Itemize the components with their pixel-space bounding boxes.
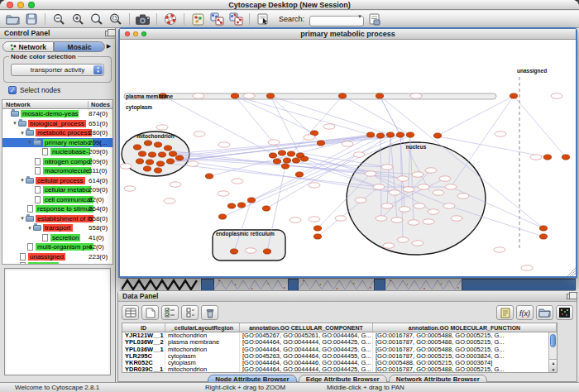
graph-node[interactable] <box>539 226 547 231</box>
tree-row[interactable]: secretion41(0) <box>2 233 112 243</box>
graph-node[interactable] <box>154 168 161 173</box>
help-icon[interactable] <box>162 12 179 26</box>
plasma-membrane-region[interactable] <box>124 93 496 99</box>
session-icon[interactable] <box>366 12 383 26</box>
background-window-titlebar[interactable] <box>288 279 299 290</box>
graph-node[interactable] <box>169 151 176 156</box>
node-label-pill[interactable] <box>494 247 505 252</box>
graph-node[interactable] <box>154 142 161 147</box>
expand-triangle-icon[interactable]: ▼ <box>20 215 26 222</box>
graph-node[interactable] <box>262 206 270 211</box>
graph-node[interactable] <box>231 93 238 98</box>
node-label-pill[interactable] <box>193 93 204 98</box>
save-icon[interactable] <box>23 12 40 26</box>
graph-node[interactable] <box>376 133 384 138</box>
background-window-titlebar[interactable] <box>374 279 385 290</box>
tree-row[interactable]: ▼biological_process651(0) <box>2 119 112 129</box>
graph-node[interactable] <box>295 172 303 177</box>
network-canvas[interactable]: plasma membranecytoplasmmitochondrionnuc… <box>120 41 576 276</box>
zoom-window-icon[interactable] <box>28 2 35 8</box>
expand-triangle-icon[interactable]: ▼ <box>20 177 26 184</box>
column-header[interactable]: annotation.GO MOLECULAR_FUNCTION <box>373 323 557 332</box>
node-label-pill[interactable] <box>412 172 423 177</box>
tree-row[interactable]: cell communicat22(0) <box>2 195 112 205</box>
node-label-pill[interactable] <box>399 207 410 212</box>
tree-row[interactable]: nucleobase-209(0) <box>2 147 112 157</box>
tree-row[interactable]: multi-organism pro42(0) <box>2 242 112 252</box>
graph-node[interactable] <box>562 155 569 160</box>
graph-node[interactable] <box>143 166 151 171</box>
delete-attribute-icon[interactable] <box>201 305 218 320</box>
tab-network[interactable]: Network <box>2 41 54 52</box>
expand-triangle-icon[interactable]: ▼ <box>12 120 18 127</box>
graph-node[interactable] <box>146 160 153 165</box>
node-label-pill[interactable] <box>443 203 455 208</box>
node-label-pill[interactable] <box>218 191 229 196</box>
graph-node[interactable] <box>273 159 280 164</box>
node-label-pill[interactable] <box>365 171 376 176</box>
unselect-attributes-icon[interactable] <box>181 305 199 320</box>
graph-node[interactable] <box>164 146 171 151</box>
expand-triangle-icon[interactable]: ▼ <box>27 139 33 146</box>
graph-node[interactable] <box>158 152 165 157</box>
node-label-pill[interactable] <box>335 216 347 221</box>
node-label-pill[interactable] <box>397 176 409 181</box>
node-label-pill[interactable] <box>414 203 425 208</box>
float-data-panel-icon[interactable] <box>567 294 573 299</box>
tree-row[interactable]: nitrogen compo209(0) <box>2 157 112 167</box>
background-window-graph[interactable] <box>299 279 374 290</box>
graph-node[interactable] <box>376 93 383 98</box>
tree-row[interactable]: ▼transport558(0) <box>2 223 112 233</box>
zoom-fit-icon[interactable] <box>89 12 105 26</box>
node-label-pill[interactable] <box>425 168 437 173</box>
node-label-pill[interactable] <box>408 220 419 225</box>
node-label-pill[interactable] <box>120 164 132 169</box>
annotation-icon[interactable] <box>496 305 514 320</box>
zoom-in-icon[interactable] <box>69 12 86 26</box>
node-label-pill[interactable] <box>232 179 243 184</box>
table-row[interactable]: YKR052Ccytoplasm[GO:0044464, GO:0044446,… <box>122 360 557 366</box>
select-attributes-icon[interactable] <box>161 305 179 320</box>
node-label-pill[interactable] <box>451 216 462 221</box>
graph-node[interactable] <box>300 156 308 161</box>
graph-node[interactable] <box>313 226 321 231</box>
expand-triangle-icon[interactable]: ▼ <box>20 130 26 136</box>
node-label-pill[interactable] <box>243 93 255 98</box>
tab-mosaic[interactable]: Mosaic <box>54 41 105 52</box>
vizmapper-icon[interactable] <box>189 12 206 26</box>
graph-node[interactable] <box>338 93 346 98</box>
tree-row[interactable]: ▼metabolic process280(0) <box>2 128 112 138</box>
node-label-pill[interactable] <box>445 184 457 189</box>
graph-node[interactable] <box>136 159 143 164</box>
graph-node[interactable] <box>266 93 274 98</box>
graph-node[interactable] <box>278 151 285 155</box>
graph-node[interactable] <box>543 155 551 160</box>
background-window-titlebar[interactable] <box>462 279 576 290</box>
graph-node[interactable] <box>144 141 151 146</box>
node-label-pill[interactable] <box>194 131 205 136</box>
graph-node[interactable] <box>247 198 255 203</box>
node-label-pill[interactable] <box>551 93 562 98</box>
node-label-pill[interactable] <box>433 190 444 195</box>
snapshot-icon[interactable] <box>135 12 151 26</box>
node-label-pill[interactable] <box>304 135 315 140</box>
graph-node[interactable] <box>230 249 237 254</box>
node-label-pill[interactable] <box>457 194 469 198</box>
zoom-selected-icon[interactable] <box>108 12 124 26</box>
background-window-graph[interactable] <box>214 279 288 290</box>
graph-node[interactable] <box>292 158 299 163</box>
graph-node[interactable] <box>263 249 270 254</box>
search-input[interactable] <box>309 16 364 26</box>
table-row[interactable]: YPL036W__2plasma membrane[GO:0044464, GO… <box>122 339 557 346</box>
node-label-pill[interactable] <box>245 248 256 253</box>
tree-row[interactable]: mosaic-demo-yeast874(0) <box>2 109 112 119</box>
node-label-pill[interactable] <box>156 125 168 130</box>
plugin-icon[interactable] <box>255 12 271 26</box>
tree-row[interactable]: Overview8(0) <box>2 261 112 265</box>
node-label-pill[interactable] <box>428 209 439 214</box>
open-icon[interactable] <box>4 12 21 26</box>
graph-node[interactable] <box>539 234 547 239</box>
graph-node[interactable] <box>281 164 289 169</box>
table-row[interactable]: YDR039C__1mitochondrion[GO:0044464, GO:0… <box>122 366 557 373</box>
node-label-pill[interactable] <box>218 142 230 147</box>
